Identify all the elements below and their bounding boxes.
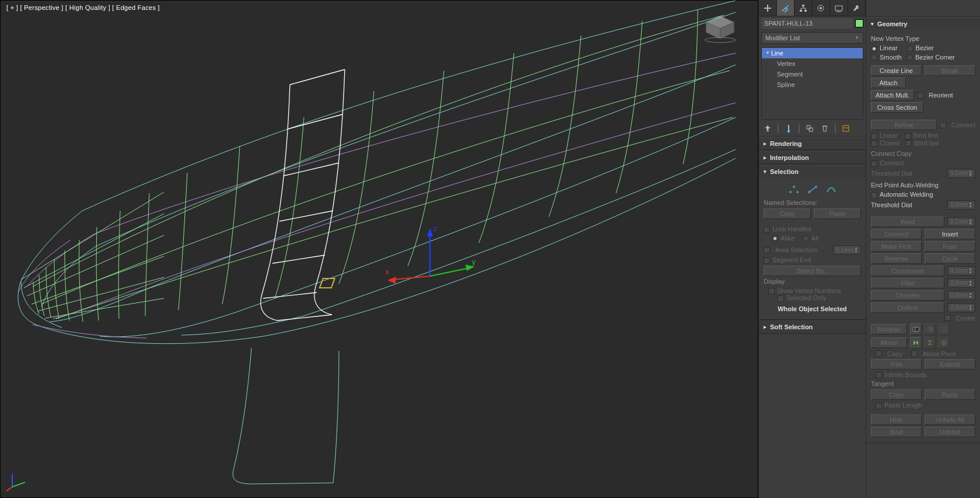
named-sel-paste-button[interactable]: Paste bbox=[814, 208, 861, 219]
tab-modify[interactable] bbox=[777, 0, 795, 16]
tab-motion[interactable] bbox=[813, 0, 831, 16]
fillet-button[interactable]: Fillet bbox=[871, 278, 944, 288]
viewport-3d[interactable]: [ + ] [ Perspective ] [ High Quality ] [… bbox=[0, 0, 758, 498]
bezier-corner-radio[interactable] bbox=[907, 54, 913, 61]
all-radio[interactable] bbox=[803, 235, 809, 242]
bezier-radio[interactable] bbox=[907, 46, 914, 52]
show-vertex-numbers-checkbox[interactable] bbox=[768, 288, 775, 294]
hide-button[interactable]: Hide bbox=[871, 415, 922, 425]
tangent-paste-button[interactable]: Paste bbox=[925, 389, 975, 400]
area-selection-checkbox[interactable] bbox=[764, 247, 770, 253]
cross-section-button[interactable]: Cross Section bbox=[871, 102, 923, 113]
autoweld-threshold-spinner[interactable]: 6,0mm▲▼ bbox=[947, 200, 975, 210]
break-button[interactable]: Break bbox=[925, 65, 975, 76]
linear-radio[interactable] bbox=[871, 46, 877, 52]
center-checkbox[interactable] bbox=[944, 315, 951, 321]
connect-button[interactable]: Connect bbox=[871, 229, 922, 239]
chamfer-button[interactable]: Chamfer bbox=[871, 290, 944, 301]
modstack-spline[interactable]: Spline bbox=[762, 79, 863, 90]
bool-union-icon[interactable] bbox=[910, 323, 922, 335]
configure-modifier-sets-icon[interactable] bbox=[841, 123, 851, 134]
rollout-soft-selection[interactable]: ▸Soft Selection bbox=[759, 321, 866, 333]
bind-first-checkbox[interactable] bbox=[905, 133, 911, 140]
reverse-button[interactable]: Reverse bbox=[871, 253, 922, 264]
pin-stack-icon[interactable] bbox=[762, 123, 773, 134]
trim-button[interactable]: Trim bbox=[871, 359, 922, 370]
connect-copy-checkbox[interactable] bbox=[871, 161, 877, 167]
outline-spinner[interactable]: 0,0mm▲▼ bbox=[947, 303, 975, 312]
bool-intersect-icon[interactable] bbox=[938, 323, 950, 335]
crossinsert-spinner[interactable]: 0,1mm▲▼ bbox=[947, 266, 975, 276]
paste-length-checkbox[interactable] bbox=[876, 403, 882, 409]
modstack-line[interactable]: ▼Line bbox=[762, 48, 863, 58]
refine-connect-checkbox[interactable] bbox=[940, 122, 946, 128]
smooth-radio[interactable] bbox=[871, 54, 877, 61]
insert-button[interactable]: Insert bbox=[925, 229, 975, 239]
reorient-checkbox[interactable] bbox=[917, 92, 923, 99]
extend-button[interactable]: Extend bbox=[925, 359, 975, 370]
modifier-list-dropdown[interactable]: Modifier List▼ bbox=[761, 32, 863, 44]
named-sel-copy-button[interactable]: Copy bbox=[764, 208, 811, 219]
rollout-selection[interactable]: ▾Selection bbox=[759, 165, 866, 177]
create-line-button[interactable]: Create Line bbox=[871, 65, 922, 76]
about-pivot-checkbox[interactable] bbox=[911, 350, 918, 357]
object-color-swatch[interactable] bbox=[855, 19, 863, 27]
mirror-v-icon[interactable] bbox=[924, 337, 936, 349]
transform-gizmo bbox=[320, 228, 474, 288]
unhide-all-button[interactable]: Unhide All bbox=[925, 415, 975, 425]
show-end-result-icon[interactable] bbox=[783, 123, 794, 134]
segment-subobj-icon[interactable] bbox=[807, 184, 818, 194]
alike-radio[interactable] bbox=[772, 235, 778, 242]
rollout-geometry[interactable]: ▾Geometry bbox=[866, 17, 980, 30]
cycle-button[interactable]: Cycle bbox=[925, 253, 975, 264]
bool-subtract-icon[interactable] bbox=[924, 323, 936, 335]
crossinsert-button[interactable]: CrossInsert bbox=[871, 266, 944, 276]
refine-linear-checkbox[interactable] bbox=[871, 133, 877, 140]
unbind-button[interactable]: Unbind bbox=[925, 427, 975, 437]
modstack-vertex[interactable]: Vertex bbox=[762, 58, 863, 69]
select-by-button[interactable]: Select By... bbox=[764, 266, 861, 276]
connect-threshold-spinner[interactable]: 0,1mm▲▼ bbox=[947, 169, 975, 178]
lock-handles-checkbox[interactable] bbox=[764, 227, 770, 233]
tangent-copy-button[interactable]: Copy bbox=[871, 389, 922, 400]
modstack-segment[interactable]: Segment bbox=[762, 69, 863, 79]
mirror-both-icon[interactable] bbox=[938, 337, 950, 349]
attach-mult-button[interactable]: Attach Mult. bbox=[871, 90, 914, 100]
svg-point-25 bbox=[788, 130, 790, 133]
tab-create[interactable] bbox=[759, 0, 777, 16]
tab-hierarchy[interactable] bbox=[794, 0, 813, 16]
outline-button[interactable]: Outline bbox=[871, 302, 944, 313]
rollout-rendering[interactable]: ▸Rendering bbox=[759, 137, 866, 149]
segment-end-checkbox[interactable] bbox=[764, 257, 770, 264]
rollout-interpolation[interactable]: ▸Interpolation bbox=[759, 151, 866, 163]
fillet-spinner[interactable]: 0,0mm▲▼ bbox=[947, 278, 975, 288]
refine-closed-checkbox[interactable] bbox=[871, 140, 877, 147]
vertex-subobj-icon[interactable] bbox=[789, 184, 799, 194]
fuse-button[interactable]: Fuse bbox=[925, 241, 975, 252]
tab-display[interactable] bbox=[830, 0, 848, 16]
modifier-stack[interactable]: ▼Line Vertex Segment Spline bbox=[761, 47, 863, 120]
bind-last-checkbox[interactable] bbox=[905, 140, 912, 147]
weld-spinner[interactable]: 0,1mm▲▼ bbox=[947, 217, 975, 227]
svg-rect-28 bbox=[843, 126, 849, 131]
mirror-h-icon[interactable] bbox=[910, 337, 922, 349]
make-unique-icon[interactable] bbox=[804, 123, 815, 134]
make-first-button[interactable]: Make First bbox=[871, 241, 922, 252]
refine-button[interactable]: Refine bbox=[871, 120, 937, 130]
chamfer-spinner[interactable]: 0,0mm▲▼ bbox=[947, 291, 975, 300]
object-name-field[interactable]: SPANT-HULL-13 bbox=[761, 18, 853, 29]
automatic-welding-checkbox[interactable] bbox=[871, 192, 877, 198]
area-selection-spinner[interactable]: 0,1mm▲▼ bbox=[833, 245, 861, 255]
remove-modifier-icon[interactable] bbox=[820, 123, 830, 134]
tab-utilities[interactable] bbox=[848, 0, 866, 16]
weld-button[interactable]: Weld bbox=[871, 217, 944, 227]
selected-only-checkbox[interactable] bbox=[778, 295, 784, 302]
mirror-copy-checkbox[interactable] bbox=[876, 350, 882, 357]
boolean-button[interactable]: Boolean bbox=[871, 324, 907, 335]
infinite-bounds-checkbox[interactable] bbox=[876, 372, 882, 378]
bind-button[interactable]: Bind bbox=[871, 427, 922, 437]
spline-subobj-icon[interactable] bbox=[826, 184, 836, 194]
attach-button[interactable]: Attach bbox=[871, 78, 906, 88]
named-selections-label: Named Selections: bbox=[764, 199, 861, 206]
mirror-button[interactable]: Mirror bbox=[871, 337, 907, 348]
